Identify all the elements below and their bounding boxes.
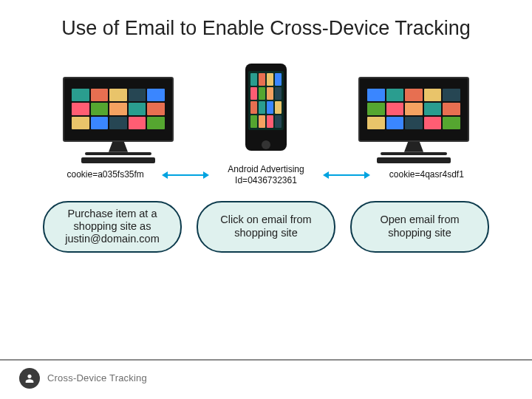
action-click-email-box: Click on email from shopping site	[197, 201, 335, 253]
cookie-right-label: cookie=4qasr4sdf1	[366, 169, 488, 180]
devices-row	[0, 49, 532, 151]
action-open-email-box: Open email from shopping site	[350, 201, 489, 253]
person-icon	[19, 368, 40, 389]
slide-title: Use of Email to Enable Cross-Device Trac…	[0, 0, 532, 49]
footer: Cross-Device Tracking	[0, 355, 532, 399]
device-desktop-right	[347, 77, 480, 151]
arrow-left-icon	[166, 174, 205, 176]
actions-row: Purchase item at a shopping site as just…	[0, 186, 532, 253]
device-desktop-left	[52, 77, 185, 151]
footer-divider	[0, 359, 532, 361]
cookie-left-label: cookie=a035fs35fm	[44, 169, 166, 180]
footer-label: Cross-Device Tracking	[47, 372, 147, 383]
identifiers-row: cookie=a035fs35fm Android Advertising Id…	[0, 151, 532, 186]
action-purchase-box: Purchase item at a shopping site as just…	[43, 201, 182, 253]
android-ad-id-label: Android Advertising Id=0436732361	[205, 164, 327, 186]
arrow-right-icon	[327, 174, 366, 176]
device-phone-center	[200, 64, 332, 151]
